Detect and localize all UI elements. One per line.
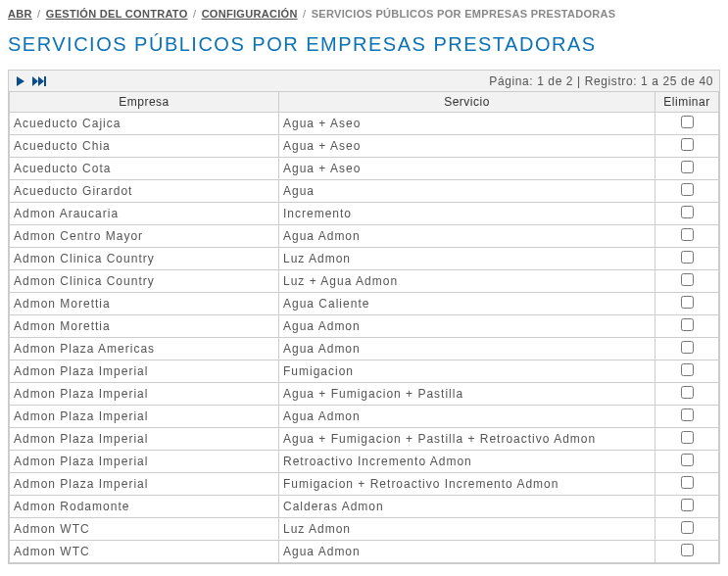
cell-servicio: Agua + Aseo [279,158,655,180]
cell-eliminar [655,360,719,383]
delete-checkbox[interactable] [681,476,694,489]
cell-empresa: Admon Plaza Imperial [10,406,279,428]
cell-empresa: Admon Plaza Imperial [10,473,279,496]
cell-servicio: Fumigacion [279,360,655,383]
delete-checkbox[interactable] [681,521,694,534]
delete-checkbox[interactable] [681,183,694,196]
cell-empresa: Admon Rodamonte [10,496,279,518]
cell-servicio: Agua + Fumigacion + Pastilla + Retroacti… [279,428,655,451]
breadcrumb-sep: / [191,8,198,20]
cell-empresa: Admon Morettia [10,315,279,338]
table-row: Admon Plaza ImperialFumigacion + Retroac… [10,473,719,496]
cell-servicio: Agua Admon [279,338,655,360]
cell-empresa: Admon Plaza Imperial [10,360,279,383]
cell-empresa: Admon WTC [10,541,279,563]
delete-checkbox[interactable] [681,544,694,556]
breadcrumb-gestion[interactable]: GESTIÓN DEL CONTRATO [46,8,188,20]
cell-eliminar [655,180,719,203]
cell-eliminar [655,406,719,428]
page-title: SERVICIOS PÚBLICOS POR EMPRESAS PRESTADO… [8,25,720,70]
cell-servicio: Agua [279,180,655,203]
next-page-icon[interactable] [15,75,26,87]
breadcrumb-sep: / [301,8,308,20]
table-row: Acueducto CotaAgua + Aseo [10,158,719,180]
cell-empresa: Acueducto Girardot [10,180,279,203]
services-table: Empresa Servicio Eliminar Acueducto Caji… [9,92,719,563]
col-header-eliminar[interactable]: Eliminar [655,92,719,113]
delete-checkbox[interactable] [681,431,694,444]
table-row: Admon Plaza ImperialAgua + Fumigacion + … [10,383,719,406]
cell-empresa: Admon Morettia [10,293,279,315]
cell-eliminar [655,135,719,158]
cell-servicio: Agua Admon [279,315,655,338]
cell-servicio: Agua Caliente [279,293,655,315]
cell-servicio: Retroactivo Incremento Admon [279,451,655,473]
cell-servicio: Agua Admon [279,541,655,563]
cell-eliminar [655,518,719,541]
col-header-empresa[interactable]: Empresa [10,92,279,113]
delete-checkbox[interactable] [681,116,694,128]
pager-info: Página: 1 de 2 | Registro: 1 a 25 de 40 [489,74,713,88]
delete-checkbox[interactable] [681,161,694,173]
table-row: Acueducto CajicaAgua + Aseo [10,113,719,135]
last-page-icon[interactable] [32,75,48,87]
cell-servicio: Luz Admon [279,248,655,270]
table-row: Admon Clinica CountryLuz + Agua Admon [10,270,719,293]
table-row: Admon MorettiaAgua Admon [10,315,719,338]
table-row: Acueducto ChiaAgua + Aseo [10,135,719,158]
cell-servicio: Fumigacion + Retroactivo Incremento Admo… [279,473,655,496]
cell-eliminar [655,158,719,180]
delete-checkbox[interactable] [681,296,694,309]
delete-checkbox[interactable] [681,206,694,218]
cell-eliminar [655,428,719,451]
delete-checkbox[interactable] [681,386,694,399]
delete-checkbox[interactable] [681,228,694,241]
table-row: Admon WTCAgua Admon [10,541,719,563]
table-row: Admon Plaza AmericasAgua Admon [10,338,719,360]
cell-eliminar [655,113,719,135]
delete-checkbox[interactable] [681,138,694,151]
pager-bar: Página: 1 de 2 | Registro: 1 a 25 de 40 [9,71,719,92]
cell-empresa: Admon Centro Mayor [10,225,279,248]
delete-checkbox[interactable] [681,499,694,511]
delete-checkbox[interactable] [681,454,694,466]
delete-checkbox[interactable] [681,318,694,331]
cell-servicio: Agua + Fumigacion + Pastilla [279,383,655,406]
cell-servicio: Agua + Aseo [279,135,655,158]
delete-checkbox[interactable] [681,273,694,286]
breadcrumb-abr[interactable]: ABR [8,8,32,20]
cell-eliminar [655,248,719,270]
delete-checkbox[interactable] [681,251,694,264]
table-row: Admon RodamonteCalderas Admon [10,496,719,518]
breadcrumb-config[interactable]: CONFIGURACIÓN [202,8,298,20]
cell-servicio: Calderas Admon [279,496,655,518]
col-header-servicio[interactable]: Servicio [279,92,655,113]
cell-empresa: Admon WTC [10,518,279,541]
cell-eliminar [655,270,719,293]
cell-servicio: Agua Admon [279,406,655,428]
table-row: Admon WTCLuz Admon [10,518,719,541]
table-row: Admon Plaza ImperialAgua + Fumigacion + … [10,428,719,451]
cell-eliminar [655,293,719,315]
table-row: Admon MorettiaAgua Caliente [10,293,719,315]
cell-servicio: Luz Admon [279,518,655,541]
cell-servicio: Incremento [279,203,655,225]
breadcrumb-current: SERVICIOS PÚBLICOS POR EMPRESAS PRESTADO… [312,8,616,20]
cell-eliminar [655,315,719,338]
cell-servicio: Agua + Aseo [279,113,655,135]
cell-eliminar [655,473,719,496]
delete-checkbox[interactable] [681,363,694,376]
cell-eliminar [655,383,719,406]
table-row: Admon Centro MayorAgua Admon [10,225,719,248]
cell-eliminar [655,496,719,518]
delete-checkbox[interactable] [681,341,694,354]
delete-checkbox[interactable] [681,408,694,421]
svg-marker-1 [32,76,38,86]
cell-eliminar [655,203,719,225]
breadcrumb-sep: / [35,8,42,20]
cell-eliminar [655,451,719,473]
cell-servicio: Agua Admon [279,225,655,248]
table-row: Admon Plaza ImperialAgua Admon [10,406,719,428]
svg-marker-0 [17,76,24,86]
cell-empresa: Admon Clinica Country [10,248,279,270]
